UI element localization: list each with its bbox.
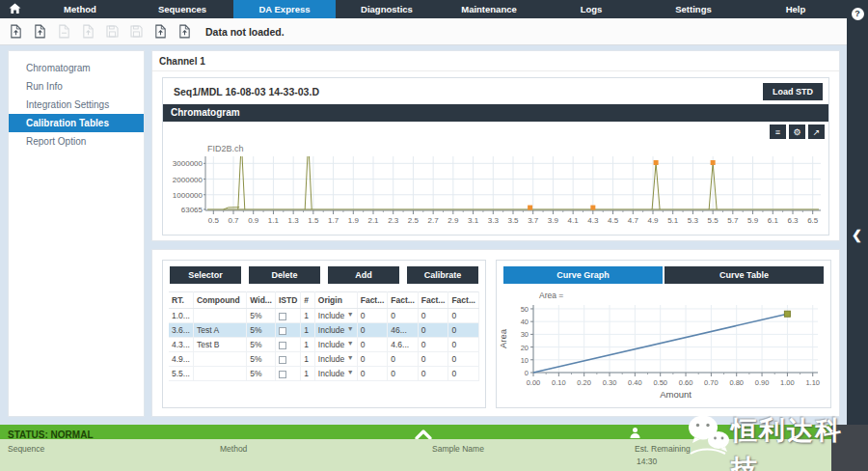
- factor-cell-2[interactable]: 46...: [388, 323, 419, 338]
- svg-text:1.3: 1.3: [288, 216, 300, 225]
- factor-cell-2[interactable]: 4.6...: [388, 338, 419, 352]
- rt-cell[interactable]: 3.6...: [169, 323, 193, 338]
- factor-cell-1[interactable]: 0: [357, 338, 388, 352]
- origin-cell[interactable]: Include▼: [314, 367, 357, 381]
- num-cell[interactable]: 1: [301, 309, 314, 323]
- sidebar-item-integration-settings[interactable]: Integration Settings: [9, 96, 144, 114]
- istd-checkbox[interactable]: [279, 371, 286, 378]
- compound-cell[interactable]: Test A: [193, 323, 246, 338]
- table-row[interactable]: 3.6...Test A5%1Include▼046...00: [169, 323, 479, 338]
- factor-cell-3[interactable]: 0: [418, 323, 448, 338]
- istd-checkbox[interactable]: [279, 313, 286, 320]
- table-row[interactable]: 4.9...5%1Include▼0000: [169, 352, 479, 367]
- factor-cell-1[interactable]: 0: [357, 352, 388, 367]
- chevron-down-icon[interactable]: ▼: [347, 354, 354, 361]
- chevron-down-icon[interactable]: ▼: [347, 311, 354, 318]
- table-row[interactable]: 4.3...Test B5%1Include▼04.6...00: [169, 338, 479, 352]
- tab-diagnostics[interactable]: Diagnostics: [336, 0, 438, 18]
- chevron-down-icon[interactable]: ▼: [347, 325, 354, 332]
- compound-cell[interactable]: [193, 352, 246, 367]
- factor-cell-3[interactable]: 0: [418, 352, 448, 367]
- add-button[interactable]: Add: [328, 266, 399, 284]
- tab-sequences[interactable]: Sequences: [131, 0, 233, 18]
- width-cell[interactable]: 5%: [247, 323, 276, 338]
- num-cell[interactable]: 1: [301, 338, 314, 352]
- wechat-logo-icon: [685, 411, 731, 461]
- width-cell[interactable]: 5%: [247, 338, 276, 352]
- tab-da-express[interactable]: DA Express: [233, 0, 336, 18]
- compound-cell[interactable]: [193, 309, 246, 323]
- factor-cell-4[interactable]: 0: [448, 338, 479, 352]
- origin-cell[interactable]: Include▼: [314, 323, 357, 338]
- factor-cell-1[interactable]: 0: [357, 323, 388, 338]
- num-cell[interactable]: 1: [301, 352, 314, 367]
- rt-cell[interactable]: 4.3...: [169, 338, 193, 352]
- svg-text:0.60: 0.60: [679, 378, 693, 387]
- width-cell[interactable]: 5%: [247, 352, 276, 367]
- origin-cell[interactable]: Include▼: [314, 338, 357, 352]
- factor-cell-3[interactable]: 0: [418, 338, 448, 352]
- factor-cell-2[interactable]: 0: [388, 367, 419, 381]
- rt-cell[interactable]: 4.9...: [169, 352, 193, 367]
- table-row[interactable]: 5.5...5%1Include▼0000: [169, 367, 479, 381]
- num-cell[interactable]: 1: [301, 367, 314, 381]
- factor-cell-3[interactable]: 0: [418, 309, 448, 323]
- origin-cell[interactable]: Include▼: [314, 309, 357, 323]
- width-cell[interactable]: 5%: [247, 309, 276, 323]
- tab-maintenance[interactable]: Maintenance: [438, 0, 540, 18]
- factor-cell-1[interactable]: 0: [357, 309, 388, 323]
- import-report-icon[interactable]: [176, 23, 193, 40]
- load-std-button[interactable]: Load STD: [763, 83, 823, 100]
- compound-cell[interactable]: [193, 367, 246, 381]
- calibration-curve-chart: Area =010203040500.000.100.200.300.400.5…: [497, 290, 828, 403]
- num-cell[interactable]: 1: [301, 323, 314, 338]
- rt-cell[interactable]: 5.5...: [169, 367, 193, 381]
- expand-icon[interactable]: ↗: [808, 125, 825, 139]
- settings-gear-icon[interactable]: ⚙: [789, 125, 805, 139]
- rt-cell[interactable]: 1.0...: [169, 309, 193, 323]
- tab-curve-graph[interactable]: Curve Graph: [503, 266, 663, 284]
- factor-cell-4[interactable]: 0: [448, 367, 479, 381]
- factor-cell-4[interactable]: 0: [448, 352, 479, 367]
- width-cell[interactable]: 5%: [247, 367, 276, 381]
- home-button[interactable]: [0, 0, 29, 18]
- svg-text:1000000: 1000000: [173, 191, 203, 200]
- istd-checkbox[interactable]: [279, 342, 286, 349]
- istd-checkbox[interactable]: [279, 356, 286, 364]
- menu-icon[interactable]: ≡: [770, 125, 786, 139]
- tab-method[interactable]: Method: [29, 0, 131, 18]
- tab-curve-table[interactable]: Curve Table: [665, 266, 824, 284]
- chevron-down-icon[interactable]: ▼: [347, 369, 354, 375]
- tab-settings[interactable]: Settings: [642, 0, 745, 18]
- factor-cell-2[interactable]: 0: [388, 309, 419, 323]
- sidebar-item-report-option[interactable]: Report Option: [9, 132, 144, 151]
- calibrate-button[interactable]: Calibrate: [407, 266, 478, 284]
- open-sequence-icon[interactable]: [32, 23, 48, 40]
- factor-cell-2[interactable]: 0: [388, 352, 419, 367]
- sidebar-item-chromatogram[interactable]: Chromatogram: [9, 59, 144, 77]
- delete-button[interactable]: Delete: [249, 266, 320, 284]
- table-row[interactable]: 1.0...5%1Include▼0000: [169, 309, 479, 323]
- sidebar-item-calibration-tables[interactable]: Calibration Tables: [9, 114, 144, 132]
- factor-cell-4[interactable]: 0: [448, 309, 479, 323]
- tab-help[interactable]: Help: [745, 0, 847, 18]
- svg-text:FID2B.ch: FID2B.ch: [207, 144, 244, 153]
- svg-text:10: 10: [521, 356, 529, 365]
- svg-text:5.7: 5.7: [727, 216, 739, 225]
- collapse-panel-icon[interactable]: ❮: [852, 228, 862, 242]
- compound-cell[interactable]: Test B: [193, 338, 246, 352]
- selector-button[interactable]: Selector: [170, 266, 241, 284]
- chevron-down-icon[interactable]: ▼: [347, 340, 354, 346]
- tab-logs[interactable]: Logs: [540, 0, 642, 18]
- factor-cell-4[interactable]: 0: [448, 323, 479, 338]
- origin-cell[interactable]: Include▼: [314, 352, 357, 367]
- factor-cell-3[interactable]: 0: [418, 367, 448, 381]
- help-icon[interactable]: ?: [852, 8, 864, 20]
- factor-cell-1[interactable]: 0: [357, 367, 388, 381]
- chromatogram-panel: Seq1/MDL 16-08-03 14-33-03.D Load STD Ch…: [162, 77, 829, 236]
- sidebar-item-run-info[interactable]: Run Info: [9, 77, 144, 96]
- watermark-text: 恒利达科技: [731, 411, 868, 471]
- istd-checkbox[interactable]: [279, 327, 286, 335]
- import-std-icon[interactable]: [152, 23, 169, 40]
- open-data-icon[interactable]: [8, 23, 24, 40]
